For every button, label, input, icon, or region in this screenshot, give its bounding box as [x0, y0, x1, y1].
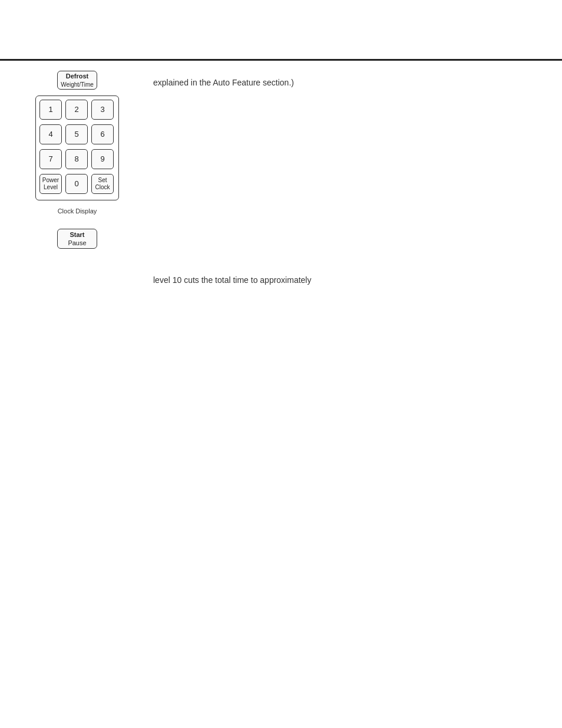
set-clock-button[interactable]: SetClock [91, 174, 114, 194]
num-key-7[interactable]: 7 [39, 149, 62, 169]
num-key-5[interactable]: 5 [65, 124, 88, 144]
num-key-4[interactable]: 4 [39, 124, 62, 144]
num-key-3[interactable]: 3 [91, 100, 114, 120]
left-panel: Defrost Weight/Time 1 2 3 4 5 6 7 8 9 Po… [35, 71, 119, 249]
numpad-grid: 1 2 3 4 5 6 7 8 9 PowerLevel 0 SetClock [35, 95, 119, 200]
defrost-label: Defrost Weight/Time [61, 72, 94, 88]
bottom-text: level 10 cuts the total time to approxim… [153, 274, 311, 286]
top-border [0, 59, 562, 61]
clock-display-label: Clock Display [58, 207, 97, 215]
num-key-9[interactable]: 9 [91, 149, 114, 169]
num-key-8[interactable]: 8 [65, 149, 88, 169]
num-key-1[interactable]: 1 [39, 100, 62, 120]
start-pause-button[interactable]: Start Pause [57, 229, 97, 249]
right-text-top: explained in the Auto Feature section.) [153, 77, 294, 89]
num-key-0[interactable]: 0 [65, 174, 88, 194]
power-level-button[interactable]: PowerLevel [39, 174, 62, 194]
start-pause-label: Start Pause [68, 230, 86, 248]
num-key-6[interactable]: 6 [91, 124, 114, 144]
num-key-2[interactable]: 2 [65, 100, 88, 120]
defrost-button[interactable]: Defrost Weight/Time [57, 71, 97, 90]
